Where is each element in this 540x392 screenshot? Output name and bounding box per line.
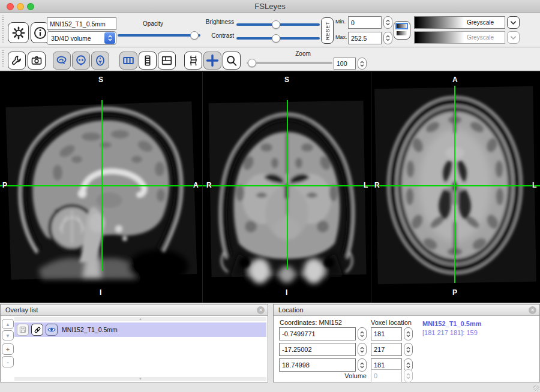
add-overlay-button[interactable]: + xyxy=(2,343,14,355)
remove-overlay-button[interactable]: - xyxy=(2,356,14,367)
wrench-icon xyxy=(11,55,23,67)
max-label: Max. xyxy=(335,34,347,40)
crosshair-mode-button[interactable] xyxy=(203,52,221,70)
overlay-list-header[interactable]: Overlay list ✕ xyxy=(1,304,268,316)
zoom-mode-button[interactable] xyxy=(223,52,241,70)
overlay-name-field[interactable] xyxy=(47,17,116,30)
save-overlay-button[interactable] xyxy=(17,324,29,336)
orientation-label-inferior: I xyxy=(286,288,287,297)
world-x-field[interactable] xyxy=(279,327,356,340)
screenshot-button[interactable] xyxy=(28,52,46,70)
close-icon[interactable]: ✕ xyxy=(529,306,536,314)
chevron-down-icon xyxy=(510,35,517,40)
brightness-slider-thumb[interactable] xyxy=(272,20,280,29)
dropdown-stepper-icon[interactable] xyxy=(104,32,115,44)
layout-vertical-button[interactable] xyxy=(139,52,157,70)
world-y-spinner[interactable] xyxy=(358,343,367,356)
floppy-save-icon xyxy=(19,325,27,334)
list-scroll-down[interactable]: ▼ xyxy=(14,377,266,381)
window-resize-grip[interactable] xyxy=(533,385,539,391)
voxel-x-spinner[interactable] xyxy=(404,327,413,340)
toggle-sagittal-view-button[interactable] xyxy=(53,52,71,70)
toggle-visibility-button[interactable] xyxy=(46,324,58,336)
coordinates-label: Coordinates: MNI152 xyxy=(280,319,342,326)
window-title: FSLeyes xyxy=(0,2,540,11)
axial-view-canvas[interactable]: A P R L xyxy=(371,72,540,303)
orientation-label-superior: S xyxy=(98,76,103,84)
max-spinner[interactable] xyxy=(383,32,392,44)
orientation-label-posterior: P xyxy=(2,181,7,189)
overlay-voxel-value: [181 217 181]: 159 xyxy=(422,329,478,336)
coronal-brain-icon xyxy=(74,54,88,67)
ortho-views: S I P A xyxy=(0,72,540,303)
gradient-strip-icon xyxy=(397,24,407,28)
negative-colormap-select: Greyscale xyxy=(414,31,505,44)
colormap-dropdown-button[interactable] xyxy=(507,16,520,29)
contrast-slider[interactable] xyxy=(236,34,320,43)
title-bar[interactable]: FSLeyes xyxy=(0,0,540,13)
world-z-spinner[interactable] xyxy=(358,358,367,372)
close-icon[interactable]: ✕ xyxy=(257,306,265,314)
up-triangle-icon: ▲ xyxy=(5,322,10,327)
lightbox-view-button[interactable] xyxy=(184,52,202,70)
move-overlay-up-button[interactable]: ▲ xyxy=(2,319,14,329)
toggle-coronal-view-button[interactable] xyxy=(72,52,90,70)
layout-horizontal-button[interactable] xyxy=(119,52,137,70)
coronal-view-canvas[interactable]: S I R L xyxy=(202,72,371,303)
overlay-list-panel: Overlay list ✕ ▲ ▼ + - ▲ xyxy=(0,304,268,382)
axial-brain-icon xyxy=(94,54,107,67)
info-icon xyxy=(33,26,47,40)
negative-colormap-value: Greyscale xyxy=(467,34,494,41)
orientation-label-posterior: P xyxy=(452,288,457,297)
list-scroll-up[interactable]: ▲ xyxy=(14,317,266,321)
location-header[interactable]: Location ✕ xyxy=(274,304,539,316)
world-x-spinner[interactable] xyxy=(358,327,367,340)
voxel-y-field[interactable] xyxy=(371,343,402,356)
toolbar-drag-handle[interactable] xyxy=(2,16,4,44)
zoom-slider-track[interactable] xyxy=(247,62,332,64)
min-spinner[interactable] xyxy=(383,16,392,29)
overlay-type-value: 3D/4D volume xyxy=(51,35,91,42)
voxel-x-field[interactable] xyxy=(371,327,402,340)
brightness-label: Brightness xyxy=(195,19,234,25)
world-y-field[interactable] xyxy=(279,343,356,356)
volume-label: Volume xyxy=(334,372,367,379)
opacity-slider-track[interactable] xyxy=(118,34,200,37)
view-settings-button[interactable] xyxy=(8,52,26,70)
chevron-down-icon xyxy=(510,20,517,25)
crosshair-vertical xyxy=(454,86,455,283)
gradient-strip-icon xyxy=(397,31,407,35)
location-panel: Location ✕ Coordinates: MNI152 Voxel loc… xyxy=(273,304,540,382)
zoom-spinner[interactable] xyxy=(358,58,367,70)
opacity-slider[interactable] xyxy=(118,31,200,40)
link-overlay-button[interactable] xyxy=(31,324,43,336)
negative-colormap-button[interactable] xyxy=(394,21,410,40)
scroll-up-icon: ▲ xyxy=(139,317,142,321)
toggle-axial-view-button[interactable] xyxy=(91,52,109,70)
display-settings-button[interactable] xyxy=(8,22,29,43)
voxel-y-spinner[interactable] xyxy=(404,343,413,356)
overlay-item-name: MNI152_T1_0.5mm xyxy=(62,326,118,333)
zoom-slider[interactable] xyxy=(247,58,332,68)
sagittal-view-canvas[interactable]: S I P A xyxy=(0,72,202,303)
move-overlay-down-button[interactable]: ▼ xyxy=(2,330,14,340)
volume-spinner xyxy=(404,369,413,382)
overlay-list-item[interactable]: MNI152_T1_0.5mm xyxy=(14,322,266,337)
world-z-field[interactable] xyxy=(279,358,356,372)
overlay-type-dropdown[interactable]: 3D/4D volume xyxy=(47,31,116,45)
toolbar-drag-handle[interactable] xyxy=(2,50,4,68)
contrast-slider-thumb[interactable] xyxy=(272,34,280,43)
layout-grid-button[interactable] xyxy=(158,52,176,70)
min-value-field[interactable] xyxy=(348,16,382,29)
gear-icon xyxy=(11,26,26,40)
colormap-select[interactable]: Greyscale xyxy=(414,16,505,29)
zoom-slider-thumb[interactable] xyxy=(248,59,256,67)
orientation-label-left: L xyxy=(364,181,368,189)
orientation-label-inferior: I xyxy=(100,288,101,297)
brightness-slider[interactable] xyxy=(236,20,320,29)
camera-icon xyxy=(31,55,43,67)
max-value-field[interactable] xyxy=(348,32,382,44)
reset-button[interactable]: RESET xyxy=(321,17,334,44)
axial-brain-slice xyxy=(371,72,540,303)
zoom-value-field[interactable] xyxy=(334,58,356,70)
